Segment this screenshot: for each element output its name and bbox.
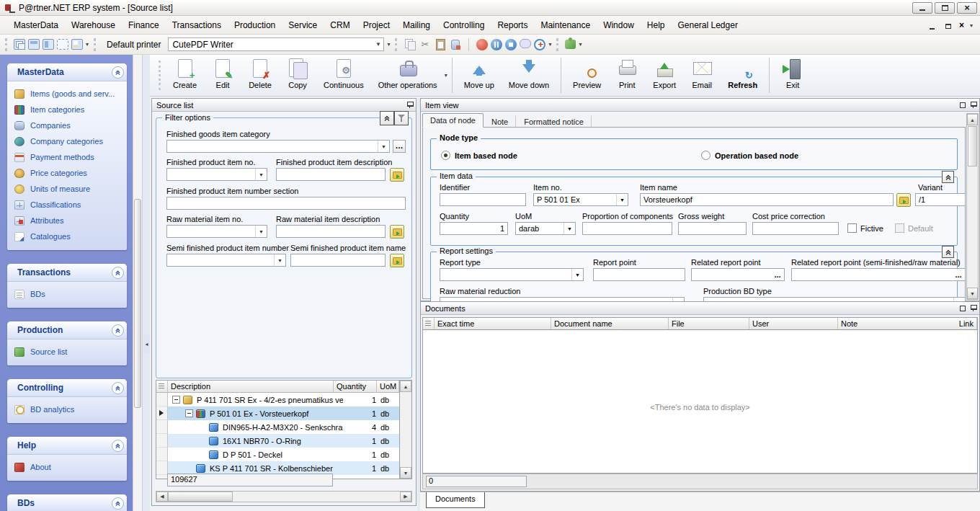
documents-column-header[interactable]: Note — [838, 318, 956, 329]
identifier-input[interactable] — [440, 193, 526, 206]
scroll-left-icon[interactable]: ◀ — [156, 492, 168, 502]
ellipsis-icon[interactable]: ... — [952, 270, 965, 279]
toolbar-button[interactable]: Move up — [457, 55, 502, 96]
printer-dropdown-icon[interactable]: ▼ — [373, 38, 383, 50]
tab-data-of-node[interactable]: Data of node — [422, 113, 484, 128]
item-based-node-radio[interactable]: Item based node — [441, 151, 517, 160]
group-collapse-button[interactable] — [942, 171, 954, 183]
pin-icon[interactable] — [406, 102, 413, 108]
operation-based-node-radio[interactable]: Operation based node — [701, 151, 798, 160]
maximize-button[interactable] — [935, 2, 955, 14]
sidebar-item[interactable]: Attributes — [14, 213, 125, 228]
sidebar-item[interactable]: Catalogues — [14, 228, 125, 244]
folder-lookup-icon[interactable] — [390, 254, 404, 267]
column-header-description[interactable]: Description — [168, 381, 334, 392]
scroll-down-icon[interactable]: ▼ — [400, 467, 411, 479]
collapse-chevron-icon[interactable] — [112, 66, 124, 79]
close-button[interactable]: × — [957, 2, 977, 14]
add-circle-icon[interactable] — [534, 39, 545, 50]
menu-item[interactable]: Help — [641, 18, 672, 32]
related-report-point-semi-input[interactable]: ... — [791, 268, 966, 281]
cost-price-correction-input[interactable] — [752, 222, 839, 235]
finished-product-section-input[interactable] — [166, 197, 406, 210]
folder-lookup-icon[interactable] — [390, 168, 404, 182]
sidebar-item[interactable]: Item categories — [14, 102, 125, 117]
tab-note[interactable]: Note — [484, 115, 516, 128]
folder-lookup-icon[interactable] — [896, 193, 911, 207]
sidebar-splitter[interactable]: ◂ — [142, 55, 150, 511]
cascade-windows-icon[interactable] — [14, 39, 25, 50]
scroll-up-icon[interactable]: ▲ — [400, 381, 411, 392]
scrollbar-thumb[interactable] — [168, 492, 233, 502]
scroll-down-icon[interactable]: ▼ — [967, 288, 978, 299]
collapse-chevron-icon[interactable] — [112, 497, 124, 510]
raw-material-no-select[interactable]: ▼ — [166, 225, 267, 238]
tile-horizontal-icon[interactable] — [28, 39, 40, 50]
toolbar-button[interactable]: + Create — [166, 55, 204, 96]
menu-item[interactable]: Mailing — [396, 18, 437, 32]
collapse-sidebar-icon[interactable]: ◂ — [143, 334, 150, 353]
documents-column-header[interactable]: Exact time — [435, 318, 551, 329]
toolbar-button[interactable]: Preview — [566, 55, 608, 96]
column-header-uom[interactable]: UoM — [377, 381, 399, 392]
sidebar-item-about[interactable]: About — [14, 459, 125, 475]
documents-column-header[interactable]: User — [749, 318, 838, 329]
other-operations-dropdown-icon[interactable]: ▾ — [445, 72, 447, 79]
menu-item[interactable]: Reports — [491, 18, 534, 32]
pause-icon[interactable] — [491, 39, 502, 50]
toolbar-button-exit[interactable]: Exit — [774, 55, 811, 96]
menu-item[interactable]: Window — [597, 18, 641, 32]
tree-row[interactable]: DIN965-H-A2-M3X20 - Senkschraub 4 db — [156, 420, 399, 434]
mdi-close-icon[interactable]: × — [959, 21, 964, 30]
toolbar-button[interactable]: ✎ Edit — [204, 55, 241, 96]
toolbar-button[interactable]: Email — [683, 55, 721, 96]
tab-documents[interactable]: Documents — [426, 492, 485, 508]
sidebar-item-source-list[interactable]: Source list — [14, 344, 125, 360]
toolbar-button[interactable]: Other operations — [371, 55, 445, 96]
copy-icon[interactable] — [404, 38, 416, 50]
mdi-minimize-icon[interactable] — [927, 21, 937, 30]
restore-layout-icon[interactable] — [57, 39, 68, 50]
sidebar-section-header[interactable]: BDs — [7, 494, 127, 511]
sidebar-section-header[interactable]: Production — [7, 321, 127, 339]
finished-product-desc-input[interactable] — [276, 168, 386, 181]
toolbar-button[interactable]: Print — [608, 55, 646, 96]
related-report-point-input[interactable]: ... — [691, 268, 785, 281]
toolbar-button[interactable]: Export — [646, 55, 683, 96]
sidebar-section-header[interactable]: Transactions — [7, 264, 127, 282]
menu-item[interactable]: General Ledger — [672, 18, 744, 32]
tree-row[interactable]: P 501 01 Ex - Vorsteuerkopf 1 db — [156, 406, 399, 420]
documents-column-header[interactable]: Link — [956, 318, 977, 329]
minimize-button[interactable] — [912, 2, 932, 14]
menu-item[interactable]: Service — [282, 18, 324, 32]
maximize-panel-icon[interactable] — [960, 102, 966, 108]
sidebar-item-bds[interactable]: BDs — [14, 286, 125, 302]
record-icon[interactable] — [476, 39, 488, 50]
menu-item[interactable]: MasterData — [7, 18, 65, 32]
finished-product-no-select[interactable]: ▼ — [166, 168, 267, 181]
item-name-input[interactable] — [640, 193, 894, 206]
quantity-input[interactable] — [440, 222, 508, 235]
fictive-checkbox[interactable]: Fictive — [847, 223, 883, 233]
item-view-scrollbar[interactable]: ▲ ▼ — [966, 113, 979, 300]
scroll-up-icon[interactable]: ▲ — [967, 114, 978, 125]
toolbar-grip[interactable] — [159, 61, 163, 90]
filter-apply-button[interactable] — [394, 111, 409, 125]
report-point-input[interactable] — [593, 268, 685, 281]
scrollbar-thumb[interactable] — [134, 199, 141, 408]
menu-item[interactable]: CRM — [324, 18, 356, 32]
db-save-icon[interactable] — [449, 38, 461, 50]
folder-lookup-icon[interactable] — [390, 225, 404, 239]
sidebar-item-bd-analytics[interactable]: BD analytics — [14, 401, 125, 417]
toolbar-grip[interactable] — [556, 38, 560, 51]
toolbar-button[interactable]: Move down — [502, 55, 556, 96]
scrollbar-thumb[interactable] — [968, 126, 977, 166]
uom-select[interactable]: darab▼ — [515, 222, 576, 235]
media-dropdown-icon[interactable]: ▾ — [548, 41, 551, 48]
sidebar-item[interactable]: Classifications — [14, 197, 125, 213]
documents-column-header[interactable]: Document name — [551, 318, 669, 329]
finished-goods-category-select[interactable]: ▼ — [166, 140, 390, 153]
menu-item[interactable]: Warehouse — [65, 18, 122, 32]
arrange-icons-icon[interactable] — [71, 39, 83, 50]
mdi-restore-icon[interactable] — [943, 21, 953, 30]
